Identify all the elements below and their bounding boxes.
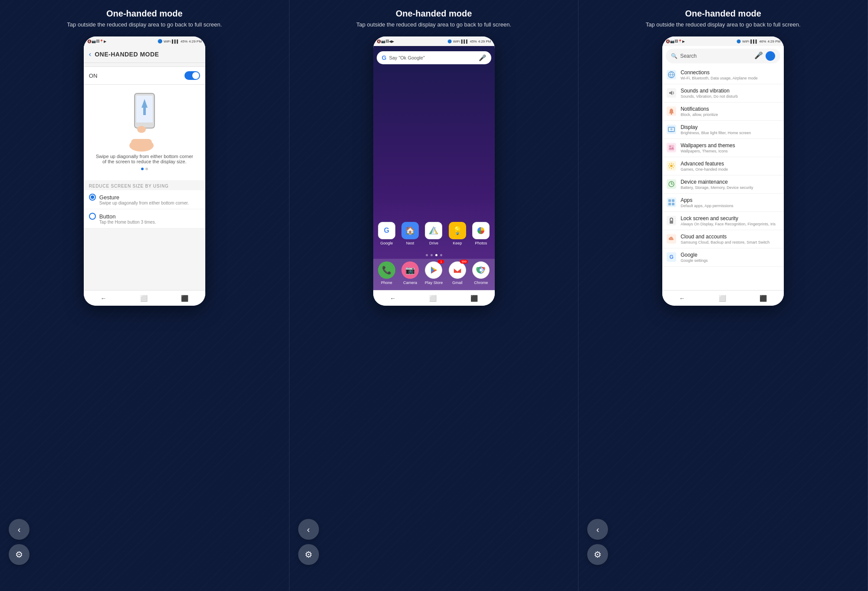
settings-circle-btn-2[interactable]: ⚙ [298,544,319,565]
settings-search-bar[interactable]: 🔍 Search 🎤 👤 [666,49,780,63]
dock-playstore[interactable]: 1 Play Store [423,261,444,285]
signal-icon-3: ▌▌▌ [750,40,758,43]
dock-gmail[interactable]: 999 Gmail [447,261,468,285]
home-dot-4 [440,254,442,256]
wifi-icon-2: WiFi [453,40,460,43]
time-2: 4:29 PM [478,40,491,43]
bluetooth-icon-1: 🔵 [158,39,162,43]
device-text: Device maintenance Battery, Storage, Mem… [681,179,779,190]
nav-recent-2[interactable]: ⬛ [470,295,478,302]
toggle-switch[interactable] [184,71,200,80]
svg-point-5 [137,126,146,133]
gesture-option[interactable]: Gesture Swipe up diagonally from either … [84,190,205,209]
settings-connections[interactable]: Connections Wi-Fi, Bluetooth, Data usage… [662,66,784,84]
nav-back-2[interactable]: ← [390,295,396,302]
lock-desc: Always On Display, Face Recognition, Fin… [681,222,779,226]
gesture-radio[interactable] [89,194,96,201]
app-photos[interactable]: Photos [470,222,491,245]
advanced-icon [667,161,676,171]
settings-device-maintenance[interactable]: Device maintenance Battery, Storage, Mem… [662,175,784,194]
gmail-badge: 999 [460,260,468,264]
nav-back-3[interactable]: ← [679,295,685,302]
battery-2: 45% [470,40,477,43]
status-right-1: 🔵 WiFi ▌▌▌ 45% 4:29 PM [158,39,202,43]
back-circle-btn-1[interactable]: ‹ [9,519,30,540]
panel-1: One-handed mode Tap outside the reduced … [0,0,289,591]
settings-wallpapers[interactable]: Wallpapers and themes Wallpapers, Themes… [662,139,784,157]
device-icon [667,179,676,189]
status-right-2: 🔵 WiFi ▌▌▌ 45% 4:29 PM [447,40,491,43]
settings-sounds[interactable]: Sounds and vibration Sounds, Vibration, … [662,84,784,102]
settings-apps[interactable]: Apps Default apps, App permissions [662,194,784,212]
wifi-icon-1: WiFi [164,40,171,43]
back-circle-btn-2[interactable]: ‹ [298,519,319,540]
battery-1: 45% [181,40,187,43]
search-placeholder: Search [680,53,752,59]
button-option[interactable]: Button Tap the Home button 3 times. [84,209,205,228]
bottom-actions-3: ‹ ⚙ [579,519,868,565]
settings-display[interactable]: Display Brightness, Blue light filter, H… [662,121,784,139]
app-google[interactable]: G Google [376,222,397,245]
svg-rect-30 [668,199,671,202]
avatar-settings[interactable]: 👤 [766,51,775,61]
settings-advanced[interactable]: Advanced features Games, One-handed mode [662,157,784,175]
sounds-icon [667,88,676,98]
settings-lock-screen[interactable]: Lock screen and security Always On Displ… [662,212,784,230]
mic-icon-settings[interactable]: 🎤 [754,51,763,61]
settings-cloud[interactable]: Cloud and accounts Samsung Cloud, Backup… [662,230,784,248]
advanced-text: Advanced features Games, One-handed mode [681,161,779,172]
phone-illustration [125,91,164,152]
dot-2 [145,168,148,170]
settings-search-actions: 🎤 👤 [754,51,775,61]
app-drive[interactable]: Drive [423,222,444,245]
home-page-dots [373,251,495,259]
gmail-dock-label: Gmail [452,281,463,285]
nav-back-1[interactable]: ← [100,295,106,302]
settings-circle-btn-1[interactable]: ⚙ [9,544,30,565]
back-arrow-1[interactable]: ‹ [89,50,91,58]
button-desc: Tap the Home button 3 times. [99,220,200,225]
settings-google[interactable]: G Google Google settings [662,248,784,267]
cloud-icon [667,234,676,244]
wallpapers-text: Wallpapers and themes Wallpapers, Themes… [681,142,779,153]
bluetooth-icon-3: 🔵 [736,40,741,43]
google-settings-icon: G [667,252,676,262]
svg-rect-31 [672,199,674,202]
apps-text: Apps Default apps, App permissions [681,197,779,208]
button-radio[interactable] [89,213,96,220]
notifications-desc: Block, allow, prioritize [681,112,779,117]
app-nest[interactable]: 🏠 Nest [400,222,421,245]
camera-dock-icon: 📷 [401,261,419,279]
g-logo: G [382,54,387,61]
status-left-3: 🔇📷🖼📍▶ [666,40,685,43]
dock-camera[interactable]: 📷 Camera [400,261,421,285]
home-dot-2 [431,254,433,256]
nav-recent-1[interactable]: ⬛ [181,295,188,302]
nav-home-1[interactable]: ⬜ [140,295,148,302]
nav-home-3[interactable]: ⬜ [719,295,726,302]
nav-home-2[interactable]: ⬜ [429,295,437,302]
svg-rect-33 [672,203,674,205]
display-icon [667,125,676,134]
settings-list-3: 🔍 Search 🎤 👤 Connections Wi-Fi, Bluetoot… [662,46,784,290]
bottom-actions-1: ‹ ⚙ [0,519,289,565]
time-1: 4:29 PM [189,40,202,43]
camera-dock-label: Camera [403,281,417,285]
settings-circle-btn-3[interactable]: ⚙ [587,544,608,565]
phone-dock-label: Phone [381,281,392,285]
back-circle-btn-3[interactable]: ‹ [587,519,608,540]
settings-notifications[interactable]: Notifications Block, allow, prioritize [662,102,784,121]
google-label: Google [380,241,393,245]
notifications-icon [667,106,676,116]
swipe-description: Swipe up diagonally from either bottom c… [89,154,200,164]
dock-chrome[interactable]: Chrome [470,261,491,285]
mic-icon-home[interactable]: 🎤 [479,54,486,61]
dock-phone[interactable]: 📞 Phone [376,261,397,285]
nav-recent-3[interactable]: ⬛ [760,295,767,302]
panel-2-title: One-handed mode [396,9,472,19]
google-search-bar[interactable]: G Say "Ok Google" 🎤 [377,51,491,64]
google-settings-desc: Google settings [681,258,779,263]
sounds-text: Sounds and vibration Sounds, Vibration, … [681,88,779,99]
chrome-dock-label: Chrome [474,281,488,285]
app-keep[interactable]: 💡 Keep [447,222,468,245]
